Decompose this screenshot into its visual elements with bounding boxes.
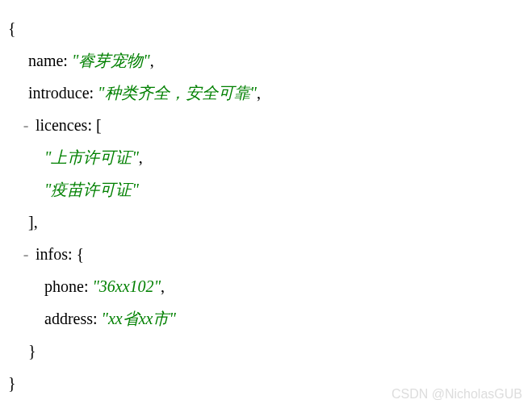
bracket-close: ] xyxy=(28,213,34,231)
value-name: "睿芽宠物" xyxy=(72,52,150,69)
value-phone: "36xx102" xyxy=(92,277,161,295)
value-introduce: "种类齐全，安全可靠" xyxy=(98,84,257,102)
bracket-open: [ xyxy=(96,116,102,134)
value-licence-0: "上市许可证" xyxy=(44,148,139,166)
json-line-infos-open: - infos: { xyxy=(8,238,524,270)
key-address: address xyxy=(44,310,93,327)
json-line-licence-0: "上市许可证", xyxy=(8,141,524,173)
json-line-phone: phone: "36xx102", xyxy=(8,270,524,302)
json-line-address: address: "xx省xx市" xyxy=(8,302,524,335)
brace-open: { xyxy=(8,19,16,37)
key-name: name xyxy=(28,52,63,69)
brace-open: { xyxy=(77,245,85,263)
collapse-toggle-icon[interactable]: - xyxy=(20,238,31,270)
json-line-open: { xyxy=(8,12,524,44)
json-line-licence-1: "疫苗许可证" xyxy=(8,173,524,206)
watermark: CSDN @NicholasGUB xyxy=(392,387,522,402)
collapse-toggle-icon[interactable]: - xyxy=(20,109,31,141)
json-line-introduce: introduce: "种类齐全，安全可靠", xyxy=(8,77,524,109)
value-address: "xx省xx市" xyxy=(102,310,176,327)
value-licence-1: "疫苗许可证" xyxy=(44,181,139,198)
key-introduce: introduce xyxy=(28,84,90,102)
key-infos: infos xyxy=(36,245,68,263)
json-line-infos-close: } xyxy=(8,335,524,367)
json-line-licences-open: - licences: [ xyxy=(8,109,524,141)
brace-close: } xyxy=(8,374,16,392)
key-phone: phone xyxy=(44,277,84,295)
key-licences: licences xyxy=(36,116,87,134)
json-line-licences-close: ], xyxy=(8,206,524,238)
json-line-name: name: "睿芽宠物", xyxy=(8,44,524,77)
brace-close: } xyxy=(28,342,36,360)
